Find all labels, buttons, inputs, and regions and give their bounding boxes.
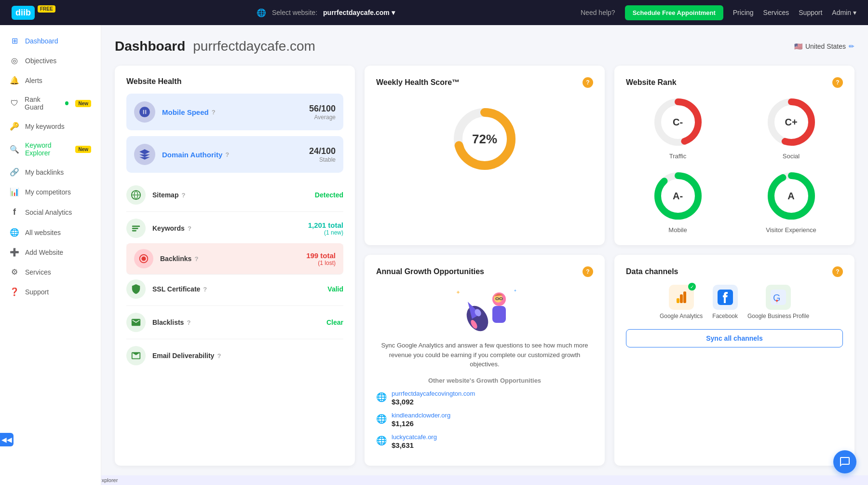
opportunity-link-3[interactable]: luckycatcafe.org [392, 433, 437, 441]
sitemap-item: Sitemap ? Detected [126, 179, 343, 212]
ssl-help-icon[interactable]: ? [203, 286, 207, 293]
need-help-label: Need help? [581, 9, 615, 16]
weekly-health-help-icon[interactable]: ? [583, 77, 593, 88]
annual-growth-card: Annual Growth Opportunities ? [365, 255, 605, 466]
edit-country-icon[interactable]: ✏ [849, 42, 854, 50]
domain-authority-value: 24/100 Stable [309, 146, 336, 163]
channel-item-google-business: G 📍 Google Business Profile [747, 285, 809, 319]
sidebar-item-my-keywords[interactable]: 🔑 My keywords [0, 116, 101, 136]
sidebar-item-alerts[interactable]: 🔔 Alerts [0, 70, 101, 90]
svg-rect-2 [132, 228, 138, 229]
backlinks-icon [134, 249, 153, 268]
data-channels-help-icon[interactable]: ? [832, 266, 843, 277]
support-link[interactable]: Support [799, 9, 822, 16]
backlinks-help-icon[interactable]: ? [194, 255, 198, 263]
rank-grade-traffic: C- [673, 117, 683, 128]
rank-label-traffic: Traffic [669, 152, 686, 160]
facebook-icon [713, 285, 738, 310]
blacklists-item: Blacklists ? Clear [126, 306, 343, 339]
mobile-speed-value: 56/100 Average [309, 104, 336, 121]
rank-guard-icon: 🛡 [10, 99, 19, 108]
support-icon: ❓ [10, 287, 19, 296]
rank-grade-visitor: A [787, 191, 794, 202]
blacklists-help-icon[interactable]: ? [187, 319, 190, 326]
keywords-total: 1,201 total [308, 221, 343, 229]
facebook-icon-wrapper [713, 285, 738, 310]
domain-authority-help-icon[interactable]: ? [225, 151, 229, 158]
chat-button[interactable] [833, 450, 856, 473]
blacklists-icon [126, 313, 146, 332]
website-rank-help-icon[interactable]: ? [832, 77, 843, 88]
sidebar-item-rank-guard[interactable]: 🛡 Rank Guard New [0, 90, 101, 116]
google-business-icon: G 📍 [766, 285, 791, 310]
keywords-help-icon[interactable]: ? [188, 225, 191, 232]
globe-icon: 🌐 [257, 8, 266, 17]
sitemap-label: Sitemap ? [152, 191, 308, 199]
backlinks-lost: (1 lost) [306, 260, 336, 266]
email-deliverability-label: Email Deliverability ? [152, 352, 343, 360]
sidebar-label-dashboard: Dashboard [25, 37, 58, 45]
sidebar-item-social-analytics[interactable]: f Social Analytics [0, 202, 101, 222]
rank-item-visitor: A Visitor Experience [739, 169, 843, 234]
sync-all-channels-button[interactable]: Sync all channels [626, 329, 843, 347]
sidebar-item-keyword-explorer[interactable]: 🔍 Keyword Explorer New [0, 136, 101, 162]
pricing-link[interactable]: Pricing [733, 9, 754, 16]
facebook-label: Facebook [712, 313, 738, 319]
website-selector-button[interactable]: purrfectdaycafe.com ▾ [323, 9, 395, 16]
sidebar-item-dashboard[interactable]: ⊞ Dashboard [0, 31, 101, 51]
opportunity-link-1[interactable]: purrfectdaycafecovington.com [392, 390, 475, 397]
sidebar-item-add-website[interactable]: ➕ Add Website [0, 242, 101, 262]
sidebar-label-services: Services [25, 268, 51, 276]
mobile-speed-help-icon[interactable]: ? [212, 109, 216, 116]
opportunity-globe-icon-3: 🌐 [376, 435, 387, 446]
sidebar-label-support: Support [25, 288, 49, 296]
schedule-appointment-button[interactable]: Schedule Free Appointment [625, 5, 723, 20]
services-link[interactable]: Services [763, 9, 789, 16]
mobile-speed-item: Mobile Speed ? 56/100 Average [126, 94, 343, 130]
rank-label-mobile: Mobile [668, 226, 687, 234]
growth-illustration: ✦ ✦ [376, 285, 593, 333]
my-keywords-icon: 🔑 [10, 122, 19, 131]
svg-rect-1 [132, 226, 140, 227]
sidebar-item-my-backlinks[interactable]: 🔗 My backlinks [0, 162, 101, 182]
domain-authority-item: Domain Authority ? 24/100 Stable [126, 136, 343, 173]
sidebar-label-my-backlinks: My backlinks [25, 168, 64, 176]
sidebar-item-services[interactable]: ⚙ Services [0, 262, 101, 282]
email-deliverability-item: Email Deliverability ? [126, 339, 343, 372]
dashboard-title: Dashboard [115, 39, 185, 54]
sidebar-item-support[interactable]: ❓ Support [0, 282, 101, 302]
google-analytics-label: Google Analytics [660, 313, 703, 319]
opportunity-globe-icon-2: 🌐 [376, 414, 387, 424]
add-website-icon: ➕ [10, 248, 19, 257]
annual-growth-help-icon[interactable]: ? [583, 266, 593, 277]
sidebar-item-my-competitors[interactable]: 📊 My competitors [0, 182, 101, 202]
mobile-speed-icon [134, 101, 155, 123]
rank-item-mobile: A- Mobile [626, 169, 730, 234]
data-channels-card: Data channels ? ✓ [614, 255, 854, 466]
dashboard-icon: ⊞ [10, 36, 19, 45]
flag-icon: 🇺🇸 [794, 42, 802, 50]
sitemap-help-icon[interactable]: ? [181, 192, 185, 199]
sidebar-label-add-website: Add Website [25, 249, 63, 256]
sidebar: ⊞ Dashboard ◎ Objectives 🔔 Alerts 🛡 Rank… [0, 25, 101, 485]
admin-link[interactable]: Admin ▾ [832, 9, 856, 16]
website-rank-title: Website Rank ? [626, 77, 843, 88]
select-website-label: Select website: [272, 9, 317, 16]
sidebar-collapse-button[interactable]: ◀◀ [0, 433, 14, 446]
rank-grade-mobile: A- [673, 191, 683, 202]
sidebar-label-my-keywords: My keywords [25, 123, 65, 130]
rank-donut-social: C+ [765, 96, 818, 149]
opportunity-link-2[interactable]: kindleandclowder.org [392, 412, 450, 419]
svg-rect-28 [683, 291, 686, 303]
dashboard-grid: Website Health Mobile Speed ? 56/100 Ave… [115, 66, 854, 466]
sidebar-item-all-websites[interactable]: 🌐 All websites [0, 222, 101, 242]
sidebar-label-rank-guard: Rank Guard [25, 96, 59, 111]
social-analytics-icon: f [10, 207, 19, 217]
my-competitors-icon: 📊 [10, 187, 19, 196]
opportunity-amount-2: $1,126 [392, 419, 593, 428]
rank-donut-traffic: C- [651, 96, 705, 149]
sidebar-item-objectives[interactable]: ◎ Objectives [0, 51, 101, 70]
sidebar-label-all-websites: All websites [25, 229, 61, 236]
email-help-icon[interactable]: ? [217, 352, 221, 360]
google-analytics-check-icon: ✓ [688, 283, 696, 291]
